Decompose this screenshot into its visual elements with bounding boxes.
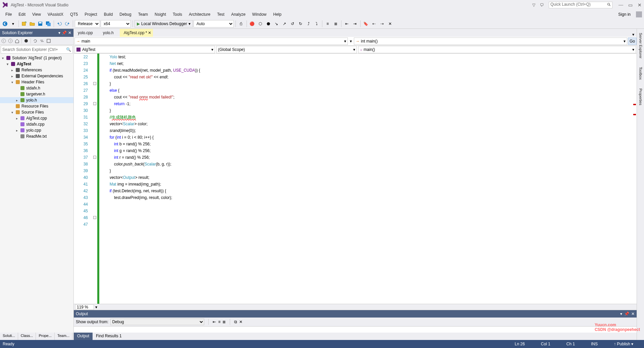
zoom-select[interactable]: 119 %	[75, 304, 94, 310]
out-tool-4[interactable]: ⧉	[234, 320, 237, 324]
redo-button[interactable]	[64, 20, 71, 27]
save-all-button[interactable]	[45, 20, 52, 27]
fold-toggle[interactable]: -	[93, 156, 96, 159]
nav-dropdown-icon[interactable]: ▾	[348, 39, 353, 44]
start-debugging-button[interactable]: ▶ Local Windows Debugger ▾	[135, 20, 193, 27]
tb-icon-13[interactable]: ⇤	[343, 20, 351, 27]
configuration-select[interactable]: Release	[75, 20, 100, 27]
menu-project[interactable]: Project	[81, 11, 100, 18]
panel-dropdown-icon[interactable]: ▾	[58, 30, 60, 35]
scope-icon[interactable]	[24, 39, 29, 43]
close-tab-icon[interactable]: ✕	[148, 30, 152, 34]
sign-in-link[interactable]: Sign in	[618, 12, 634, 17]
tree-item-source-files[interactable]: ▾Source Files	[0, 109, 73, 115]
tb-icon-10[interactable]: ⤵	[313, 20, 320, 27]
menu-qt5[interactable]: QT5	[67, 11, 81, 18]
auto-select[interactable]: Auto	[194, 20, 234, 27]
quick-launch-input[interactable]: Quick Launch (Ctrl+Q)	[549, 2, 612, 8]
scope-function[interactable]: ⬨ main() ▾	[358, 46, 636, 53]
tree-item-algtest[interactable]: ▾AlgTest	[0, 61, 73, 67]
solution-search-input[interactable]: Search Solution Explorer (Ctrl+ 🔍	[1, 46, 73, 54]
tb-icon-17[interactable]: ✕	[386, 20, 394, 27]
tb-icon-9[interactable]: ⤴	[305, 20, 312, 27]
home-icon[interactable]	[15, 39, 19, 43]
avatar-icon[interactable]	[636, 11, 642, 17]
rail-toolbox[interactable]: Toolbox	[638, 64, 643, 82]
tab-yolo-cpp[interactable]: yolo.cpp	[74, 29, 99, 37]
forward-icon[interactable]	[8, 39, 13, 43]
scope-namespace[interactable]: (Global Scope) ▾	[216, 46, 357, 53]
bookmark-icon[interactable]: 🔖	[362, 20, 370, 27]
minimize-button[interactable]: —	[619, 2, 623, 8]
output-pin-icon[interactable]: 📌	[624, 311, 629, 316]
out-tool-3[interactable]: ≣	[222, 320, 226, 324]
fold-toggle[interactable]: -	[93, 216, 96, 219]
code-editor[interactable]: ---- 22232425262728293031323334353637383…	[74, 54, 637, 304]
tb-icon-7[interactable]: ↺	[289, 20, 296, 27]
open-file-button[interactable]	[29, 20, 36, 27]
tb-icon-6[interactable]: ↗	[281, 20, 288, 27]
tree-item-yolo-h[interactable]: ▸yolo.h	[0, 97, 73, 103]
fold-toggle[interactable]: -	[93, 82, 96, 85]
tab-class[interactable]: Class...	[18, 333, 36, 340]
menu-analyze[interactable]: Analyze	[228, 11, 249, 18]
rail-server-explorer[interactable]: Server Explorer	[638, 30, 643, 61]
tab-output[interactable]: Output	[74, 333, 93, 340]
tree-item-stdafx-h[interactable]: stdafx.h	[0, 85, 73, 91]
tab-properties[interactable]: Prope...	[36, 333, 55, 340]
menu-build[interactable]: Build	[101, 11, 116, 18]
panel-pin-icon[interactable]: 📌	[62, 30, 67, 35]
tb-icon-11[interactable]: ≡	[324, 20, 331, 27]
close-button[interactable]: ✕	[637, 2, 642, 8]
tb-icon-2[interactable]: 🔴	[249, 20, 256, 27]
menu-file[interactable]: File	[2, 11, 15, 18]
fold-toggle[interactable]: -	[93, 102, 96, 105]
menu-architecture[interactable]: Architecture	[185, 11, 214, 18]
output-dropdown-icon[interactable]: ▾	[620, 311, 622, 316]
menu-team[interactable]: Team	[135, 11, 151, 18]
tb-icon-4[interactable]: ⬣	[265, 20, 272, 27]
panel-close-icon[interactable]: ✕	[68, 30, 71, 35]
tree-item-header-files[interactable]: ▾Header Files	[0, 79, 73, 85]
properties-icon[interactable]	[46, 39, 51, 43]
tb-icon-1[interactable]: ⎙	[237, 20, 245, 27]
tree-item-solution-algtest-1-project-[interactable]: ▾Solution 'AlgTest' (1 project)	[0, 55, 73, 61]
tb-icon-5[interactable]: ↘	[273, 20, 280, 27]
code-content[interactable]: Yolo test; Net net; if (test.readModel(n…	[99, 54, 637, 304]
tree-item-stdafx-cpp[interactable]: stdafx.cpp	[0, 121, 73, 127]
out-tool-5[interactable]: ✕	[239, 320, 243, 324]
tb-icon-8[interactable]: ↻	[297, 20, 304, 27]
menu-help[interactable]: Help	[270, 11, 285, 18]
tb-icon-14[interactable]: ⇥	[351, 20, 359, 27]
notifications-icon[interactable]: ▽	[532, 3, 535, 7]
tree-item-references[interactable]: ▸References	[0, 67, 73, 73]
tab-algtest-cpp[interactable]: AlgTest.cpp* ✕	[120, 29, 153, 37]
status-publish[interactable]: ↑ Publish ▾	[606, 342, 641, 346]
tree-item-resource-files[interactable]: Resource Files	[0, 103, 73, 109]
maximize-button[interactable]: ▭	[628, 2, 633, 8]
sync-icon[interactable]	[40, 39, 44, 43]
menu-vassistx[interactable]: VAssistX	[44, 11, 67, 18]
save-button[interactable]	[37, 20, 44, 27]
nav-right-dropdown[interactable]: → int main() ▾	[354, 38, 627, 45]
undo-button[interactable]	[56, 20, 63, 27]
back-icon[interactable]	[1, 39, 6, 43]
tabs-dropdown-icon[interactable]: ▾	[630, 32, 637, 37]
tree-item-readme-txt[interactable]: ReadMe.txt	[0, 133, 73, 139]
feedback-icon[interactable]: 🗩	[540, 3, 544, 7]
tb-icon-16[interactable]: ⇢	[378, 20, 386, 27]
nav-left-dropdown[interactable]: → main ▾	[74, 38, 348, 45]
tree-item-algtest-cpp[interactable]: ▸AlgTest.cpp	[0, 115, 73, 121]
menu-tools[interactable]: Tools	[169, 11, 185, 18]
tb-icon-3[interactable]: ⬡	[257, 20, 264, 27]
menu-window[interactable]: Window	[249, 11, 270, 18]
menu-edit[interactable]: Edit	[15, 11, 29, 18]
output-body[interactable]	[74, 326, 637, 333]
tab-team[interactable]: Team...	[55, 333, 72, 340]
menu-nsight[interactable]: Nsight	[151, 11, 169, 18]
tab-yolo-h[interactable]: yolo.h	[99, 29, 120, 37]
tree-item-targetver-h[interactable]: targetver.h	[0, 91, 73, 97]
output-close-icon[interactable]: ✕	[631, 311, 635, 316]
tb-icon-15[interactable]: ⇠	[370, 20, 378, 27]
new-project-button[interactable]	[20, 20, 28, 27]
